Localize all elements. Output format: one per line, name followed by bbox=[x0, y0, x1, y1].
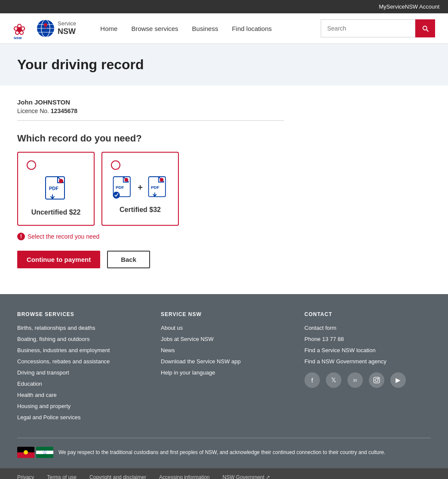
svg-text:NSW: NSW bbox=[14, 36, 22, 39]
search-button[interactable] bbox=[415, 19, 435, 37]
footer-link-education[interactable]: Education bbox=[17, 381, 42, 387]
list-item: Housing and property bbox=[17, 402, 144, 409]
nav-browse-services[interactable]: Browse services bbox=[124, 21, 185, 37]
list-item: Boating, fishing and outdoors bbox=[17, 335, 144, 342]
button-row: Continue to payment Back bbox=[17, 251, 284, 268]
twitter-icon[interactable]: 𝕏 bbox=[326, 372, 341, 388]
service-nsw-logo: Service NSW bbox=[36, 19, 76, 38]
error-icon: ! bbox=[17, 233, 25, 240]
header: ❀ NSW Service NSW Home Browse services bbox=[0, 13, 448, 44]
social-icons: f 𝕏 in ▶ bbox=[304, 372, 431, 388]
footer-link-phone[interactable]: Phone 13 77 88 bbox=[304, 336, 344, 342]
footer-link-location[interactable]: Find a Service NSW location bbox=[304, 347, 375, 353]
list-item: Jobs at Service NSW bbox=[161, 335, 287, 342]
nav-find-locations[interactable]: Find locations bbox=[225, 21, 279, 37]
footer-service-title: SERVICE NSW bbox=[161, 311, 287, 317]
list-item: Find a Service NSW location bbox=[304, 347, 431, 353]
list-item: About us bbox=[161, 324, 287, 331]
footer-link-housing[interactable]: Housing and property bbox=[17, 403, 71, 409]
instagram-icon[interactable] bbox=[369, 372, 384, 388]
footer-bottom: Privacy Terms of use Copyright and discl… bbox=[0, 468, 448, 479]
footer-service-list: About us Jobs at Service NSW News Downlo… bbox=[161, 324, 287, 376]
list-item: Health and care bbox=[17, 391, 144, 398]
footer-contact-list: Contact form Phone 13 77 88 Find a Servi… bbox=[304, 324, 431, 365]
licence-label: Licence No. bbox=[17, 107, 49, 114]
footer-link-about[interactable]: About us bbox=[161, 325, 183, 331]
list-item: Business, industries and employment bbox=[17, 347, 144, 353]
footer-link-boating[interactable]: Boating, fishing and outdoors bbox=[17, 336, 89, 342]
footer-terms-link[interactable]: Terms of use bbox=[47, 474, 77, 479]
footer-link-driving[interactable]: Driving and transport bbox=[17, 369, 69, 376]
svg-text:❀: ❀ bbox=[13, 21, 26, 38]
list-item: Contact form bbox=[304, 324, 431, 331]
footer-accessing-link[interactable]: Accessing information bbox=[159, 474, 209, 479]
uncertified-radio[interactable] bbox=[27, 160, 36, 170]
search-icon bbox=[421, 25, 429, 32]
certified-label: Certified $32 bbox=[111, 206, 169, 214]
footer-link-contact-form[interactable]: Contact form bbox=[304, 325, 336, 331]
user-info: John JOHNSTON Licence No. 12345678 bbox=[17, 98, 284, 121]
aboriginal-flag bbox=[17, 447, 34, 458]
licence-row: Licence No. 12345678 bbox=[17, 107, 284, 121]
footer-privacy-link[interactable]: Privacy bbox=[17, 474, 34, 479]
record-question: Which record do you need? bbox=[17, 133, 284, 144]
footer-contact-title: CONTACT bbox=[304, 311, 431, 317]
footer-acknowledgement: We pay respect to the traditional custod… bbox=[17, 447, 431, 468]
nav-business[interactable]: Business bbox=[185, 21, 225, 37]
footer-link-agency[interactable]: Find a NSW Government agency bbox=[304, 358, 387, 365]
record-options: PDF Uncertified $22 PDF bbox=[17, 152, 284, 226]
footer-link-app[interactable]: Download the Service NSW app bbox=[161, 358, 241, 365]
svg-point-14 bbox=[125, 178, 129, 182]
certified-card[interactable]: PDF + PDF Certified $32 bbox=[101, 152, 179, 226]
service-nsw-text: Service NSW bbox=[58, 20, 76, 36]
uncertified-card[interactable]: PDF Uncertified $22 bbox=[17, 152, 95, 226]
service-globe-icon bbox=[36, 19, 55, 38]
list-item: Legal and Police services bbox=[17, 414, 144, 421]
continue-button[interactable]: Continue to payment bbox=[17, 251, 100, 268]
footer-link-business[interactable]: Business, industries and employment bbox=[17, 347, 110, 353]
footer-link-language[interactable]: Help in your language bbox=[161, 369, 215, 376]
linkedin-icon[interactable]: in bbox=[347, 372, 363, 388]
search-input[interactable] bbox=[321, 19, 415, 37]
page-title: Your driving record bbox=[17, 57, 431, 73]
footer-columns: BROWSE SERVICES Births, relationships an… bbox=[17, 311, 431, 438]
svg-text:PDF: PDF bbox=[49, 186, 58, 191]
footer-link-jobs[interactable]: Jobs at Service NSW bbox=[161, 336, 214, 342]
svg-text:PDF: PDF bbox=[116, 185, 124, 190]
footer-browse-title: BROWSE SERVICES bbox=[17, 311, 144, 317]
svg-point-20 bbox=[375, 379, 378, 382]
svg-point-18 bbox=[160, 178, 163, 182]
footer-nsw-gov-link[interactable]: NSW Government ↗ bbox=[223, 474, 270, 479]
svg-point-21 bbox=[378, 378, 378, 379]
certified-doc2-icon: PDF bbox=[147, 175, 169, 200]
footer-copyright-link[interactable]: Copyright and disclaimer bbox=[89, 474, 146, 479]
list-item: Help in your language bbox=[161, 369, 287, 376]
search-area bbox=[321, 19, 435, 37]
list-item: Driving and transport bbox=[17, 369, 144, 376]
footer-link-health[interactable]: Health and care bbox=[17, 392, 57, 398]
list-item: Download the Service NSW app bbox=[161, 358, 287, 365]
facebook-icon[interactable]: f bbox=[304, 372, 320, 388]
top-bar: MyServiceNSW Account bbox=[0, 0, 448, 13]
footer-link-news[interactable]: News bbox=[161, 347, 175, 353]
list-item: Find a NSW Government agency bbox=[304, 358, 431, 365]
list-item: News bbox=[161, 347, 287, 353]
svg-point-7 bbox=[44, 23, 47, 27]
footer-link-legal[interactable]: Legal and Police services bbox=[17, 414, 80, 421]
nav-home[interactable]: Home bbox=[93, 21, 124, 37]
main-nav: Home Browse services Business Find locat… bbox=[93, 21, 312, 37]
youtube-icon[interactable]: ▶ bbox=[390, 372, 406, 388]
footer-browse-services: BROWSE SERVICES Births, relationships an… bbox=[17, 311, 144, 425]
torres-strait-flag bbox=[36, 447, 53, 458]
certified-icon-area: PDF + PDF bbox=[111, 175, 169, 200]
uncertified-pdf-icon: PDF bbox=[44, 175, 68, 203]
certified-radio[interactable] bbox=[111, 160, 120, 170]
list-item: Concessions, rebates and assistance bbox=[17, 358, 144, 365]
uncertified-label: Uncertified $22 bbox=[27, 209, 85, 216]
back-button[interactable]: Back bbox=[107, 251, 150, 268]
user-name: John JOHNSTON bbox=[17, 98, 284, 106]
footer-link-births[interactable]: Births, relationships and deaths bbox=[17, 325, 95, 331]
list-item: Education bbox=[17, 380, 144, 387]
myservice-account-link[interactable]: MyServiceNSW Account bbox=[379, 3, 439, 10]
footer-link-concessions[interactable]: Concessions, rebates and assistance bbox=[17, 358, 110, 365]
